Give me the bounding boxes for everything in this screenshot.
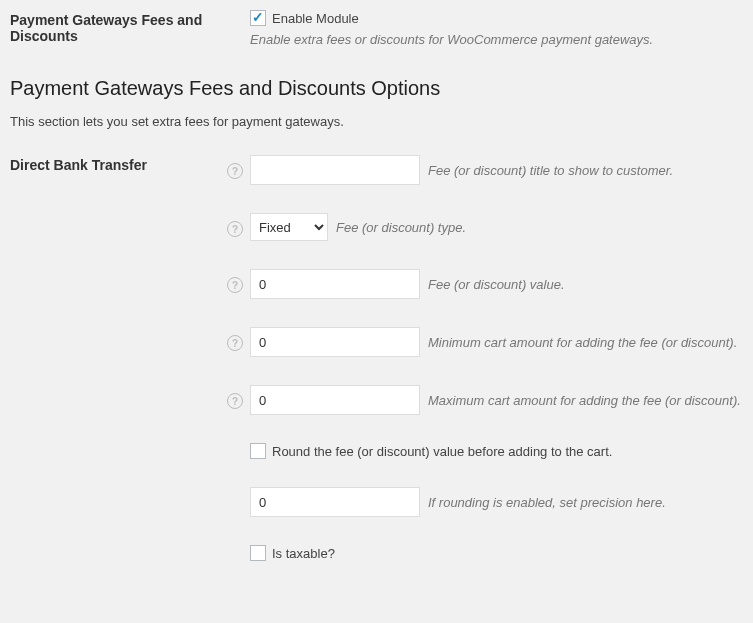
enable-module-checkbox[interactable] (250, 10, 266, 26)
help-icon[interactable]: ? (227, 221, 243, 237)
min-cart-description: Minimum cart amount for adding the fee (… (428, 335, 737, 350)
help-icon[interactable]: ? (227, 393, 243, 409)
section-title: Payment Gateways Fees and Discounts Opti… (10, 77, 743, 100)
gateway-label: Direct Bank Transfer (10, 155, 220, 173)
taxable-checkbox-label[interactable]: Is taxable? (272, 546, 335, 561)
fee-title-description: Fee (or discount) title to show to custo… (428, 163, 673, 178)
fee-value-description: Fee (or discount) value. (428, 277, 565, 292)
help-icon[interactable]: ? (227, 277, 243, 293)
enable-module-checkbox-label[interactable]: Enable Module (272, 11, 359, 26)
module-label: Payment Gateways Fees and Discounts (10, 10, 220, 44)
precision-description: If rounding is enabled, set precision he… (428, 495, 666, 510)
min-cart-input[interactable] (250, 327, 420, 357)
fee-type-select[interactable]: Fixed (250, 213, 328, 241)
max-cart-input[interactable] (250, 385, 420, 415)
help-icon[interactable]: ? (227, 335, 243, 351)
fee-title-input[interactable] (250, 155, 420, 185)
precision-input[interactable] (250, 487, 420, 517)
enable-module-description: Enable extra fees or discounts for WooCo… (250, 32, 743, 47)
round-checkbox[interactable] (250, 443, 266, 459)
help-icon[interactable]: ? (227, 163, 243, 179)
round-checkbox-label[interactable]: Round the fee (or discount) value before… (272, 444, 612, 459)
fee-type-description: Fee (or discount) type. (336, 220, 466, 235)
section-subtitle: This section lets you set extra fees for… (10, 114, 743, 129)
fee-value-input[interactable] (250, 269, 420, 299)
taxable-checkbox[interactable] (250, 545, 266, 561)
max-cart-description: Maximum cart amount for adding the fee (… (428, 393, 741, 408)
